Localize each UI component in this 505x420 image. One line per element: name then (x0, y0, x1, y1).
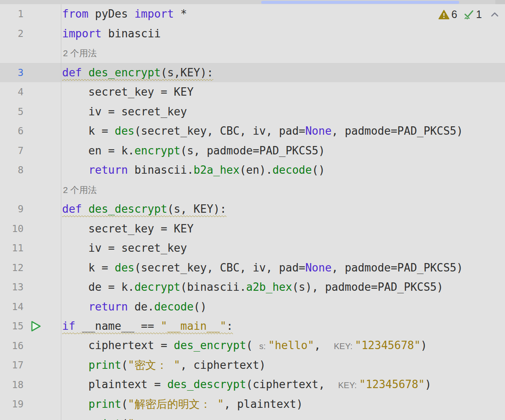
code-line-row: 16 ciphertext = des_encrypt( s: "hello",… (0, 336, 505, 356)
code-line[interactable]: print("解密后的明文： ", plaintext) (61, 394, 303, 414)
code-segment-str: "解密后的明文： " (128, 398, 224, 410)
warnings-group[interactable]: 6 (438, 8, 457, 21)
code-segment-hint: KEY: (338, 381, 359, 390)
line-number[interactable]: 13 (0, 282, 24, 292)
run-button[interactable] (30, 320, 42, 332)
gutter[interactable]: 18 (0, 375, 61, 395)
code-line-row: 19 print("解密后的明文： ", plaintext) (0, 394, 505, 414)
code-segment-pl: (en). (240, 164, 272, 176)
code-segment-str: "__main__" (161, 320, 227, 332)
editor-top-scrollbar[interactable] (0, 0, 505, 4)
gutter[interactable]: 14 (0, 297, 61, 317)
line-number[interactable]: 9 (0, 203, 24, 214)
code-segment-pl: (ciphertext, (246, 378, 338, 391)
code-line[interactable]: de = k.decrypt(binascii.a2b_hex(s), padm… (61, 277, 443, 297)
usages-inlay-hint[interactable]: 2 个用法 (61, 43, 97, 63)
gutter[interactable]: 6 (0, 121, 61, 141)
line-number[interactable]: 11 (0, 243, 24, 253)
collapse-chevron-icon[interactable] (490, 11, 499, 18)
code-text: k = des(secret_key, CBC, iv, pad=None, p… (62, 125, 463, 137)
gutter[interactable]: 11 (0, 238, 61, 258)
gutter[interactable] (0, 43, 61, 63)
gutter[interactable]: 7 (0, 141, 61, 161)
line-number[interactable]: 8 (0, 164, 24, 175)
code-line-row: 6 k = des(secret_key, CBC, iv, pad=None,… (0, 121, 505, 141)
line-number[interactable]: 19 (0, 399, 24, 410)
line-number[interactable]: 15 (0, 321, 24, 331)
code-line-row: 1from pyDes import * (0, 4, 505, 24)
code-line[interactable]: return de.decode() (61, 297, 207, 317)
gutter[interactable]: 12 (0, 258, 61, 278)
code-line[interactable]: en = k.encrypt(s, padmode=PAD_PKCS5) (61, 141, 325, 161)
gutter[interactable]: 19 (0, 394, 61, 414)
line-number[interactable]: 4 (0, 86, 24, 97)
inspections-widget[interactable]: 6 1 (438, 8, 499, 21)
line-number[interactable]: 2 (0, 28, 24, 39)
code-segment-pl: , ciphertext) (181, 359, 266, 371)
line-number[interactable]: 16 (0, 340, 24, 351)
line-number[interactable]: 10 (0, 223, 24, 234)
code-line[interactable]: iv = secret_key (61, 102, 187, 122)
scrollbar-thumb[interactable] (261, 1, 459, 4)
line-number[interactable]: 7 (0, 145, 24, 156)
line-number[interactable]: 20 (0, 418, 24, 420)
gutter[interactable]: 1 (0, 4, 61, 24)
line-number[interactable]: 17 (0, 360, 24, 370)
code-line[interactable]: if __name__ == "__main__": (61, 316, 233, 336)
gutter[interactable]: 5 (0, 102, 61, 122)
gutter[interactable] (0, 180, 61, 200)
gutter[interactable]: 10 (0, 219, 61, 239)
code-segment-kw: import (62, 27, 102, 40)
code-segment-pl: secret_key = KEY (62, 86, 194, 98)
code-line[interactable]: iv = secret_key (61, 238, 187, 258)
line-number[interactable]: 14 (0, 301, 24, 312)
code-segment-pl: (s), padmode=PAD_PKCS5) (292, 281, 443, 293)
gutter[interactable]: 20 (0, 414, 61, 420)
gutter[interactable]: 3 (0, 63, 61, 83)
gutter[interactable]: 8 (0, 160, 61, 180)
gutter[interactable]: 4 (0, 82, 61, 102)
code-line[interactable]: from pyDes import * (61, 4, 187, 24)
code-line[interactable]: secret_key = KEY (61, 219, 194, 239)
code-line-row: 3def des_encrypt(s,KEY): (0, 63, 505, 83)
code-segment-pl: ( (121, 417, 128, 420)
gutter[interactable]: 15 (0, 316, 61, 336)
code-line[interactable]: ciphertext = des_encrypt( s: "hello", KE… (61, 336, 427, 356)
code-line[interactable]: secret_key = KEY (61, 82, 194, 102)
code-line[interactable]: plaintext = des_descrypt(ciphertext, KEY… (61, 375, 432, 395)
gutter[interactable]: 13 (0, 277, 61, 297)
gutter[interactable]: 17 (0, 355, 61, 375)
passed-group[interactable]: 1 (463, 8, 482, 21)
gutter[interactable]: 16 (0, 336, 61, 356)
code-line[interactable]: k = des(secret_key, CBC, iv, pad=None, p… (61, 121, 463, 141)
code-segment-pl: ) (421, 339, 427, 352)
code-segment-pl: secret_key = KEY (62, 222, 194, 235)
gutter[interactable]: 2 (0, 24, 61, 44)
usages-inlay-label[interactable]: 2 个用法 (62, 185, 97, 195)
line-number[interactable]: 18 (0, 379, 24, 390)
code-line[interactable]: def des_encrypt(s,KEY): (61, 63, 213, 83)
code-line[interactable]: return binascii.b2a_hex(en).decode() (61, 160, 325, 180)
code-segment-pl (62, 417, 89, 420)
inlay-hint-row: 2 个用法 (0, 43, 505, 63)
line-number[interactable]: 12 (0, 262, 24, 273)
line-number[interactable]: 1 (0, 8, 24, 19)
code-text: ciphertext = des_encrypt( s: "hello", KE… (62, 339, 427, 352)
line-number[interactable]: 5 (0, 106, 24, 117)
gutter[interactable]: 9 (0, 199, 61, 219)
code-text: return de.decode() (62, 300, 207, 313)
line-number[interactable]: 3 (0, 67, 24, 78)
code-line[interactable]: import binascii (61, 24, 161, 44)
code-text: iv = secret_key (62, 105, 187, 118)
usages-inlay-hint[interactable]: 2 个用法 (61, 180, 97, 200)
code-line[interactable]: k = des(secret_key, CBC, iv, pad=None, p… (61, 258, 463, 278)
usages-inlay-label[interactable]: 2 个用法 (62, 48, 97, 58)
code-text: en = k.encrypt(s, padmode=PAD_PKCS5) (62, 144, 325, 157)
code-text: def des_encrypt(s,KEY): (62, 66, 213, 79)
code-line[interactable]: print("密文： ", ciphertext) (61, 355, 266, 375)
code-segment-pl: (secret_key, CBC, iv, pad= (134, 125, 305, 137)
code-segment-kw: return (89, 300, 128, 313)
code-line[interactable]: print(" (61, 414, 134, 420)
line-number[interactable]: 6 (0, 125, 24, 136)
code-line[interactable]: def des_descrypt(s, KEY): (61, 199, 226, 219)
